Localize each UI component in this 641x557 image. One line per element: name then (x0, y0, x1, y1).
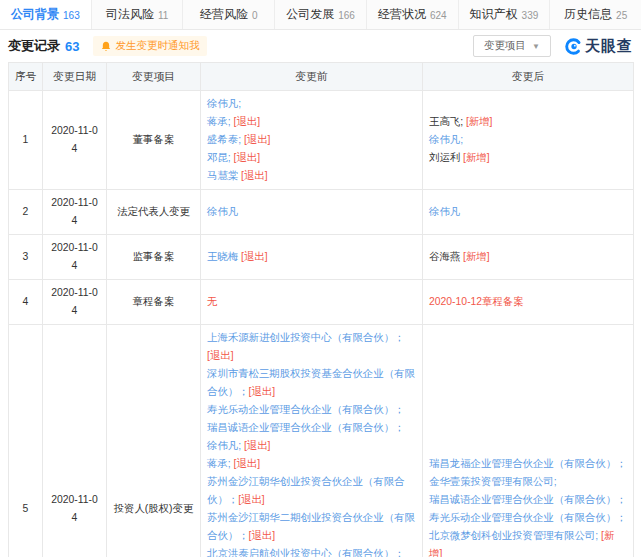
change-record-table: 序号变更日期变更项目变更前变更后 12020-11-04董事备案徐伟凡;蒋承; … (8, 62, 634, 557)
tab-label: 公司发展 (286, 6, 334, 23)
entity-link[interactable]: 蒋承; (207, 458, 234, 469)
tab-count-badge: 339 (522, 10, 539, 21)
entity-link[interactable]: 瑞昌诚语企业管理合伙企业（有限合伙）； (207, 422, 404, 433)
after-change-cell: 2020-10-12章程备案 (423, 280, 634, 325)
tab-label: 司法风险 (106, 6, 154, 23)
change-line: 北京微梦创科创业投资管理有限公司; [新增] (429, 527, 627, 557)
entity-link[interactable]: 金华壹策投资管理有限公司; (429, 476, 557, 487)
change-item-cell: 监事备案 (107, 235, 201, 280)
tab-count-badge: 25 (616, 10, 627, 21)
change-line: 北京洪泰启航创业投资中心（有限合伙）；[退出] (207, 545, 416, 557)
change-record-toolbar: 变更记录 63 发生变更时通知我 变更项目 ▼ 天眼查 (0, 30, 641, 62)
entity-link[interactable]: 寿光乐动企业管理合伙企业（有限合伙）； (207, 404, 404, 415)
change-line: 瑞昌龙福企业管理合伙企业（有限合伙）； (429, 455, 627, 473)
notify-label: 发生变更时通知我 (115, 39, 199, 53)
change-tag: [退出] (249, 530, 276, 541)
tab-label: 知识产权 (470, 6, 518, 23)
entity-link[interactable]: 盛希泰; (207, 134, 244, 145)
entity-link[interactable]: 徐伟凡; (207, 440, 244, 451)
entity-link[interactable]: 北京微梦创科创业投资管理有限公司; (429, 530, 601, 541)
entity-link[interactable]: 瑞昌龙福企业管理合伙企业（有限合伙）； (429, 458, 626, 469)
change-tag: [退出] (234, 116, 261, 127)
before-change-cell: 徐伟凡 (201, 190, 423, 235)
change-item-cell: 董事备案 (107, 91, 201, 190)
tab-company-background[interactable]: 公司背景163 (0, 0, 91, 29)
entity-link[interactable]: 马慧棠 (207, 170, 241, 181)
tab-business-status[interactable]: 经营状况624 (366, 0, 458, 29)
before-change-cell: 王晓梅 [退出] (201, 235, 423, 280)
section-tabbar: 公司背景163司法风险11经营风险0公司发展166经营状况624知识产权339历… (0, 0, 641, 30)
change-date-cell: 2020-11-04 (43, 280, 107, 325)
chevron-down-icon: ▼ (532, 42, 540, 51)
before-change-cell: 上海禾源新进创业投资中心（有限合伙）；[退出]深圳市青松三期股权投资基金合伙企业… (201, 325, 423, 557)
entity-link[interactable]: 深圳市青松三期股权投资基金合伙企业（有限合伙）； (207, 368, 415, 397)
entity-link[interactable]: 上海禾源新进创业投资中心（有限合伙）； (207, 332, 404, 343)
change-line: 金华壹策投资管理有限公司; (429, 473, 627, 491)
change-line: 无 (207, 293, 416, 311)
entity-link[interactable]: 瑞昌诚语企业管理合伙企业（有限合伙）； (429, 494, 626, 505)
change-line: 王高飞; [新增] (429, 113, 627, 131)
entity-link[interactable]: 徐伟凡; (429, 134, 463, 145)
change-line: 王晓梅 [退出] (207, 248, 416, 266)
table-row: 12020-11-04董事备案徐伟凡;蒋承; [退出]盛希泰; [退出]邓昆; … (9, 91, 634, 190)
entity-link[interactable]: 徐伟凡 (429, 206, 460, 217)
filter-label: 变更项目 (484, 39, 526, 53)
row-number-cell: 4 (9, 280, 43, 325)
entity-link[interactable]: 寿光乐动企业管理合伙企业（有限合伙）； (429, 512, 626, 523)
after-change-cell: 谷海燕 [新增] (423, 235, 634, 280)
entity-link[interactable]: 徐伟凡; (207, 98, 241, 109)
change-line: 徐伟凡 (429, 203, 627, 221)
change-line: 蒋承; [退出] (207, 455, 416, 473)
column-header: 变更日期 (43, 63, 107, 91)
change-line: 徐伟凡; (429, 131, 627, 149)
change-line: 2020-10-12章程备案 (429, 293, 627, 311)
entity-link[interactable]: 徐伟凡 (207, 206, 238, 217)
change-line: 邓昆; [退出] (207, 149, 416, 167)
change-tag: 2020-10-12章程备案 (429, 296, 524, 307)
entity-link[interactable]: 北京洪泰启航创业投资中心（有限合伙）； (207, 548, 404, 557)
change-line: 刘运利 [新增] (429, 149, 627, 167)
tab-count-badge: 0 (252, 10, 258, 21)
table-row: 22020-11-04法定代表人变更徐伟凡徐伟凡 (9, 190, 634, 235)
change-line: 上海禾源新进创业投资中心（有限合伙）；[退出] (207, 329, 416, 365)
entity-name: 王高飞; (429, 116, 466, 127)
entity-link[interactable]: 邓昆; (207, 152, 234, 163)
before-change-cell: 徐伟凡;蒋承; [退出]盛希泰; [退出]邓昆; [退出]马慧棠 [退出] (201, 91, 423, 190)
change-tag: [退出] (241, 251, 268, 262)
after-change-cell: 徐伟凡 (423, 190, 634, 235)
tab-company-development[interactable]: 公司发展166 (274, 0, 366, 29)
change-line: 寿光乐动企业管理合伙企业（有限合伙）； (429, 509, 627, 527)
change-item-cell: 法定代表人变更 (107, 190, 201, 235)
tianyancha-logo[interactable]: 天眼查 (565, 37, 633, 56)
change-item-filter-button[interactable]: 变更项目 ▼ (473, 35, 551, 57)
change-tag: [退出] (244, 440, 271, 451)
change-line: 盛希泰; [退出] (207, 131, 416, 149)
change-tag: [退出] (244, 134, 271, 145)
table-row: 42020-11-04章程备案无2020-10-12章程备案 (9, 280, 634, 325)
change-line: 深圳市青松三期股权投资基金合伙企业（有限合伙）；[退出] (207, 365, 416, 401)
change-record-count: 63 (65, 39, 79, 54)
entity-link[interactable]: 王晓梅 (207, 251, 241, 262)
tab-history-info[interactable]: 历史信息25 (549, 0, 641, 29)
entity-link[interactable]: 苏州金沙江朝华创业投资合伙企业（有限合伙）； (207, 476, 404, 505)
tab-label: 公司背景 (11, 6, 59, 23)
tab-judicial-risk[interactable]: 司法风险11 (91, 0, 183, 29)
entity-link[interactable]: 苏州金沙江朝华二期创业投资合伙企业（有限合伙）； (207, 512, 415, 541)
tab-intellectual-property[interactable]: 知识产权339 (458, 0, 550, 29)
change-item-cell: 章程备案 (107, 280, 201, 325)
change-line: 苏州金沙江朝华创业投资合伙企业（有限合伙）；[退出] (207, 473, 416, 509)
change-date-cell: 2020-11-04 (43, 325, 107, 557)
change-record-page: 公司背景163司法风险11经营风险0公司发展166经营状况624知识产权339历… (0, 0, 641, 557)
change-tag: [新增] (463, 152, 490, 163)
tab-count-badge: 11 (158, 10, 168, 21)
entity-link[interactable]: 蒋承; (207, 116, 234, 127)
after-change-cell: 王高飞; [新增]徐伟凡;刘运利 [新增] (423, 91, 634, 190)
change-line: 徐伟凡 (207, 203, 416, 221)
row-number-cell: 1 (9, 91, 43, 190)
column-header: 变更项目 (107, 63, 201, 91)
tab-count-badge: 163 (63, 10, 80, 21)
change-tag: [退出] (234, 152, 261, 163)
bell-icon (101, 41, 111, 52)
notify-on-change-button[interactable]: 发生变更时通知我 (93, 36, 207, 56)
tab-business-risk[interactable]: 经营风险0 (182, 0, 274, 29)
